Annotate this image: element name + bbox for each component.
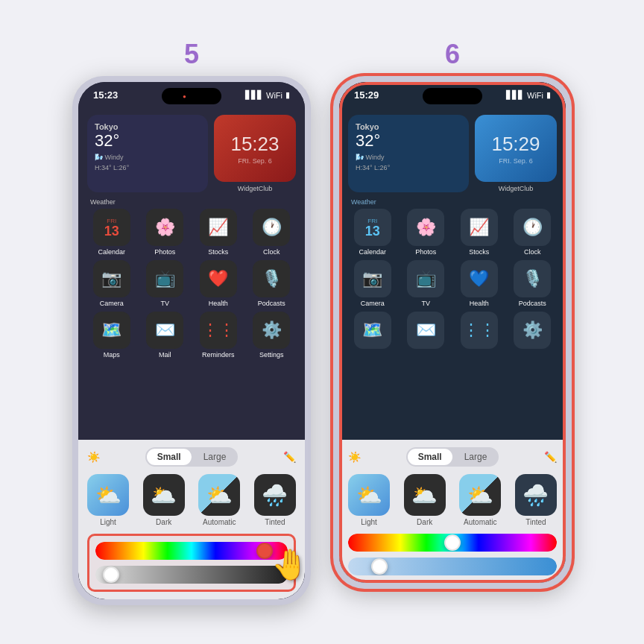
weather-hl-6: H:34° L:26° — [356, 164, 461, 171]
main-container: 5 15:23 ● ▋▋▋ WiFi ▮ — [57, 24, 587, 620]
status-bar-5: 15:23 ● ▋▋▋ WiFi ▮ — [78, 82, 305, 104]
widgetclub-label-6: WidgetClub — [499, 185, 534, 192]
status-time-6: 15:29 — [354, 89, 379, 101]
style-options-6: ⛅ Light 🌥️ Dark ⛅ Automatic 🌧️ — [348, 474, 557, 526]
weather-label-6: Weather — [351, 198, 376, 206]
status-bar-6: 15:29 ▋▋▋ WiFi ▮ — [339, 82, 566, 104]
app-tv-6: 📺 TV — [402, 260, 451, 307]
health-icon-5: ❤️ — [200, 260, 237, 297]
health-label-6: Health — [470, 300, 489, 307]
style-dark-label-5: Dark — [156, 518, 171, 526]
app-grid-row3-5: 🗺️ Maps ✉️ Mail ⋮⋮ Reminders ⚙️ — [87, 312, 296, 359]
clock-label-5: Clock — [263, 248, 280, 256]
camera-icon-6: 📷 — [354, 260, 391, 297]
sat-slider-handle-6[interactable] — [371, 558, 388, 575]
app-grid-row1-6: FRI 13 Calendar 🌸 Photos 📈 — [348, 209, 557, 256]
size-large-btn-5[interactable]: Large — [193, 449, 237, 465]
clock-time-6: 15:29 — [491, 133, 540, 156]
tv-icon-6: 📺 — [407, 260, 444, 297]
bottom-panel-5: ☀️ Small Large ✏️ ⛅ Light — [78, 440, 305, 599]
camera-label-5: Camera — [100, 300, 124, 307]
app-grid-row3-6: 🗺️ ✉️ ⋮⋮ ⚙️ — [348, 312, 557, 349]
eyedropper-icon-6[interactable]: ✏️ — [544, 451, 557, 463]
tv-icon-5: 📺 — [146, 260, 183, 297]
hue-slider-handle-6[interactable] — [444, 534, 461, 551]
app-maps-6: 🗺️ — [348, 312, 397, 349]
app-camera-5: 📷 Camera — [87, 260, 136, 307]
hue-slider-5[interactable] — [95, 542, 288, 560]
stocks-label-5: Stocks — [208, 248, 228, 256]
style-automatic-6[interactable]: ⛅ Automatic — [459, 474, 501, 526]
mail-label-5: Mail — [159, 351, 171, 359]
hue-slider-handle-5[interactable] — [256, 543, 273, 559]
clock-icon-5: 🕐 — [253, 209, 290, 246]
app-mail-6: ✉️ — [402, 312, 451, 349]
app-grid-row2-5: 📷 Camera 📺 TV ❤️ Health 🎙️ — [87, 260, 296, 307]
app-reminders-5: ⋮⋮ Reminders — [194, 312, 243, 359]
size-small-btn-6[interactable]: Small — [408, 449, 452, 465]
phone-section-5: 5 15:23 ● ▋▋▋ WiFi ▮ — [72, 39, 311, 605]
reminders-icon-6: ⋮⋮ — [461, 312, 498, 349]
signal-icon-5: ▋▋▋ — [245, 90, 263, 100]
status-time-5: 15:23 — [93, 89, 118, 101]
reminders-label-5: Reminders — [202, 351, 235, 359]
style-auto-icon-6: ⛅ — [459, 474, 501, 516]
clock-icon-6: 🕐 — [514, 209, 551, 246]
app-maps-5: 🗺️ Maps — [87, 312, 136, 359]
clock-widget-6: 15:29 FRI. Sep. 6 — [475, 115, 557, 182]
sat-slider-5[interactable] — [95, 566, 288, 584]
sliders-area-6 — [348, 534, 557, 575]
style-automatic-5[interactable]: ⛅ Automatic — [198, 474, 240, 526]
widgets-row-6: Tokyo 32° 🌬️ Windy H:34° L:26° 15:29 FRI… — [348, 115, 557, 192]
calendar-label-6: Calendar — [359, 248, 386, 256]
style-light-icon-5: ⛅ — [87, 474, 129, 516]
size-large-btn-6[interactable]: Large — [454, 449, 498, 465]
style-light-6[interactable]: ⛅ Light — [348, 474, 390, 526]
tv-label-6: TV — [421, 300, 430, 307]
app-podcasts-6: 🎙️ Podcasts — [508, 260, 558, 307]
screen-content-5: Tokyo 32° 🌬️ Windy H:34° L:26° 15:23 FRI… — [78, 82, 305, 440]
health-icon-6: 💙 — [461, 260, 498, 297]
camera-label-6: Camera — [361, 300, 385, 307]
style-auto-label-5: Automatic — [203, 518, 236, 526]
weather-wind-6: 🌬️ Windy — [356, 154, 461, 161]
app-podcasts-5: 🎙️ Podcasts — [247, 260, 297, 307]
app-health-6: 💙 Health — [455, 260, 504, 307]
weather-widget-6: Tokyo 32° 🌬️ Windy H:34° L:26° — [348, 115, 469, 192]
hand-cursor-6: 🤚 — [561, 253, 566, 291]
eyedropper-icon-5[interactable]: ✏️ — [283, 451, 296, 463]
dynamic-island-6 — [423, 88, 482, 104]
status-icons-6: ▋▋▋ WiFi ▮ — [506, 90, 551, 100]
health-label-5: Health — [209, 300, 228, 307]
dynamic-island-5: ● — [162, 88, 221, 104]
maps-icon-5: 🗺️ — [93, 312, 130, 349]
mail-icon-5: ✉️ — [146, 312, 183, 349]
podcasts-label-5: Podcasts — [258, 300, 285, 307]
screen-content-6: Tokyo 32° 🌬️ Windy H:34° L:26° 15:29 FRI… — [339, 82, 566, 440]
style-dark-6[interactable]: 🌥️ Dark — [404, 474, 446, 526]
style-light-label-5: Light — [100, 518, 116, 526]
phone-section-6: 6 15:29 ▋▋▋ WiFi ▮ — [333, 39, 572, 589]
photos-icon-6: 🌸 — [407, 209, 444, 246]
weather-wind-5: 🌬️ Windy — [95, 154, 201, 161]
phone-frame-5: 15:23 ● ▋▋▋ WiFi ▮ Tokyo — [72, 76, 311, 605]
photos-label-6: Photos — [415, 248, 436, 256]
style-dark-icon-6: 🌥️ — [404, 474, 446, 516]
style-tinted-6[interactable]: 🌧️ Tinted — [515, 474, 557, 526]
phone-inner-6: 15:29 ▋▋▋ WiFi ▮ Tokyo 32° — [339, 82, 566, 583]
style-dark-icon-5: 🌥️ — [143, 474, 185, 516]
bottom-panel-6: ☀️ Small Large ✏️ ⛅ Light — [339, 440, 566, 583]
sat-slider-6[interactable] — [348, 558, 557, 575]
settings-icon-6: ⚙️ — [514, 312, 551, 349]
podcasts-icon-5: 🎙️ — [253, 260, 290, 297]
style-dark-5[interactable]: 🌥️ Dark — [143, 474, 185, 526]
clock-widget-5: 15:23 FRI. Sep. 6 — [214, 115, 296, 182]
app-calendar-5: FRI 13 Calendar — [87, 209, 136, 256]
style-light-5[interactable]: ⛅ Light — [87, 474, 129, 526]
weather-hl-5: H:34° L:26° — [95, 164, 201, 171]
hue-slider-6[interactable] — [348, 534, 557, 552]
style-tinted-5[interactable]: 🌧️ Tinted — [254, 474, 296, 526]
size-small-btn-5[interactable]: Small — [147, 449, 192, 465]
sat-slider-handle-5[interactable] — [103, 566, 119, 583]
style-auto-icon-5: ⛅ — [198, 474, 240, 516]
